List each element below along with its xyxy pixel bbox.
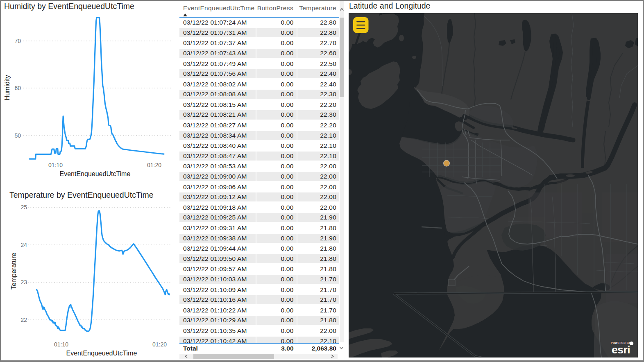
svg-text:esri: esri [612, 344, 630, 356]
